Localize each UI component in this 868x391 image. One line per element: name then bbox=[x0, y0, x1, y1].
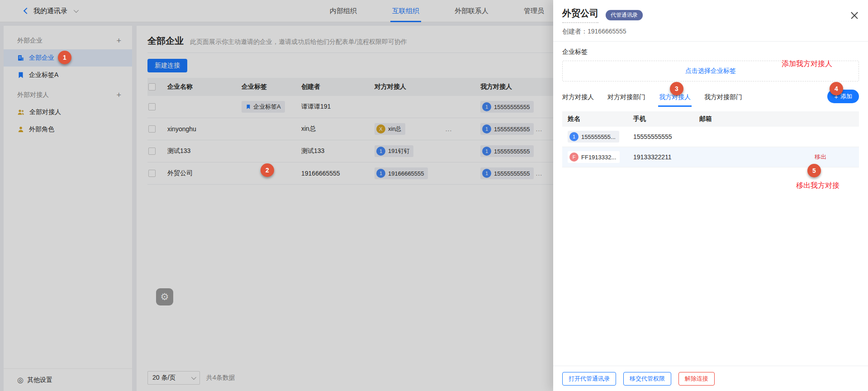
creator-cell: 19166665555 bbox=[301, 170, 375, 177]
annotation-step-3: 3 bbox=[670, 82, 683, 95]
sidebar-group-external-enterprise: 外部企业 + bbox=[4, 32, 132, 49]
tab-external-contacts[interactable]: 外部联系人 bbox=[453, 0, 490, 22]
tag-label: 企业标签A bbox=[253, 103, 281, 111]
enterprise-tag-chip[interactable]: 企业标签A bbox=[242, 101, 285, 113]
contacts-table: 姓名 手机 邮箱 1 155555555... 15555555555 F FF… bbox=[562, 111, 859, 167]
select-all-checkbox[interactable] bbox=[148, 83, 156, 91]
sidebar-item-enterprise-tag-a[interactable]: 企业标签A bbox=[4, 67, 132, 84]
page-size-select[interactable]: 20 条/页 bbox=[147, 371, 200, 385]
contact-chip[interactable]: 1 15555555555 bbox=[480, 145, 534, 157]
avatar: 1 bbox=[569, 132, 579, 141]
remove-contact-link[interactable]: 移出 bbox=[782, 153, 859, 161]
settings-icon: ◎ bbox=[17, 376, 24, 384]
transfer-managed-permission-button[interactable]: 移交代管权限 bbox=[623, 372, 671, 386]
total-count: 共4条数据 bbox=[206, 374, 235, 382]
tab-internal-org[interactable]: 内部组织 bbox=[328, 0, 359, 22]
column-header: 姓名 bbox=[568, 115, 633, 123]
select-tag-link[interactable]: 点击选择企业标签 bbox=[685, 67, 736, 75]
bookmark-icon bbox=[246, 104, 251, 110]
row-checkbox[interactable] bbox=[148, 103, 156, 110]
creator-cell: 谭谭谭191 bbox=[301, 103, 375, 111]
page-size-value: 20 条/页 bbox=[152, 374, 175, 382]
contact-label: 15555555555 bbox=[494, 170, 530, 177]
page-subtitle: 此页面展示你主动邀请的企业，邀请成功后给他们分配表单/流程权限即可协作 bbox=[190, 38, 407, 46]
building-icon bbox=[17, 54, 24, 62]
contact-label: 19166665555 bbox=[388, 170, 424, 177]
enterprise-name-cell[interactable]: xinyonghu bbox=[167, 125, 242, 133]
contact-name: 155555555... bbox=[581, 134, 616, 140]
annotation-step-5: 5 bbox=[807, 164, 821, 177]
disconnect-button[interactable]: 解除连接 bbox=[678, 372, 715, 386]
bookmark-icon bbox=[17, 72, 24, 79]
contact-label: xin总 bbox=[388, 125, 402, 133]
more-indicator: ... bbox=[536, 125, 543, 133]
plus-icon[interactable]: + bbox=[116, 91, 121, 99]
avatar: 1 bbox=[376, 169, 385, 178]
contact-chip[interactable]: 1 191钉钉 bbox=[375, 145, 413, 157]
add-button-label: 添加 bbox=[840, 92, 852, 100]
column-header: 创建者 bbox=[301, 83, 375, 91]
column-header: 邮箱 bbox=[699, 115, 782, 123]
tab-connected-org[interactable]: 互联组织 bbox=[390, 0, 421, 22]
plus-icon[interactable]: + bbox=[116, 37, 121, 45]
sidebar-item-label: 全部企业 bbox=[29, 54, 54, 62]
redacted-contact bbox=[416, 143, 463, 159]
annotation-step-2: 2 bbox=[261, 163, 274, 177]
group-label: 外部企业 bbox=[17, 37, 43, 45]
contact-chip[interactable]: 1 15555555555 bbox=[480, 167, 534, 179]
enterprise-detail-drawer: 外贸公司 代管通讯录 创建者：19166665555 企业标签 点击选择企业标签… bbox=[553, 0, 868, 391]
partner-contacts-cell: 1 19166665555 bbox=[375, 167, 480, 179]
row-checkbox[interactable] bbox=[148, 125, 156, 133]
creator-cell: 测试133 bbox=[301, 147, 375, 155]
back-button[interactable]: 我的通讯录 bbox=[24, 7, 77, 15]
back-chevron-icon bbox=[24, 8, 30, 14]
table-header: 姓名 手机 邮箱 bbox=[562, 111, 859, 127]
contact-chip[interactable]: 1 15555555555 bbox=[480, 123, 534, 135]
chevron-down-icon bbox=[191, 375, 196, 380]
redacted-contact bbox=[408, 121, 443, 137]
contact-phone: 15555555555 bbox=[633, 133, 699, 140]
sidebar: 外部企业 + 全部企业 企业标签A 外部对接人 + 全部对接人 外部角色 ◎ 其… bbox=[4, 26, 132, 391]
contact-chip[interactable]: 1 155555555... bbox=[568, 131, 619, 143]
gear-icon: ⚙ bbox=[161, 291, 169, 302]
enterprise-name-cell[interactable]: 外贸公司 bbox=[167, 169, 242, 177]
tab-partner-contacts[interactable]: 对方对接人 bbox=[562, 88, 594, 107]
drawer-title: 外贸公司 bbox=[562, 7, 598, 23]
new-connection-button[interactable]: 新建连接 bbox=[147, 59, 187, 72]
close-icon[interactable] bbox=[850, 11, 859, 20]
annotation-remove-contact-label: 移出我方对接 bbox=[796, 181, 840, 191]
sidebar-item-label: 外部角色 bbox=[29, 125, 54, 134]
role-icon bbox=[17, 126, 24, 133]
contact-row: 1 155555555... 15555555555 bbox=[562, 127, 859, 147]
contact-phone: 19133322211 bbox=[633, 153, 699, 161]
contact-name: FF1913332... bbox=[581, 154, 616, 161]
avatar: 1 bbox=[482, 147, 491, 156]
more-indicator: ... bbox=[536, 170, 543, 177]
contact-chip[interactable]: 1 19166665555 bbox=[375, 167, 428, 179]
settings-fab[interactable]: ⚙ bbox=[156, 288, 173, 305]
open-managed-addressbook-button[interactable]: 打开代管通讯录 bbox=[562, 372, 616, 386]
contact-chip[interactable]: 1 15555555555 bbox=[480, 101, 534, 113]
address-book-title: 我的通讯录 bbox=[33, 7, 67, 15]
enterprise-name-cell[interactable]: 测试133 bbox=[167, 147, 242, 155]
sidebar-item-label: 其他设置 bbox=[27, 376, 52, 384]
tab-partner-departments[interactable]: 对方对接部门 bbox=[607, 88, 645, 107]
avatar: F bbox=[569, 153, 579, 162]
column-header: 对方对接人 bbox=[375, 83, 480, 91]
partner-contacts-cell: X xin总 ... bbox=[375, 121, 480, 137]
sidebar-item-external-roles[interactable]: 外部角色 bbox=[4, 121, 132, 138]
pagination: 20 条/页 共4条数据 bbox=[147, 371, 235, 385]
tab-my-departments[interactable]: 我方对接部门 bbox=[704, 88, 742, 107]
column-header: 手机 bbox=[633, 115, 699, 123]
row-checkbox[interactable] bbox=[148, 148, 156, 155]
row-checkbox[interactable] bbox=[148, 170, 156, 177]
sidebar-item-other-settings[interactable]: ◎ 其他设置 bbox=[4, 368, 132, 391]
sidebar-item-all-contacts[interactable]: 全部对接人 bbox=[4, 104, 132, 121]
contact-label: 15555555555 bbox=[494, 126, 530, 133]
partner-contacts-cell: 1 191钉钉 bbox=[375, 143, 480, 159]
tab-admin[interactable]: 管理员 bbox=[522, 0, 546, 22]
redacted-enterprise-name bbox=[167, 100, 211, 114]
contact-chip[interactable]: F FF1913332... bbox=[568, 151, 620, 163]
avatar: 1 bbox=[376, 147, 385, 156]
contact-chip[interactable]: X xin总 bbox=[375, 123, 405, 135]
